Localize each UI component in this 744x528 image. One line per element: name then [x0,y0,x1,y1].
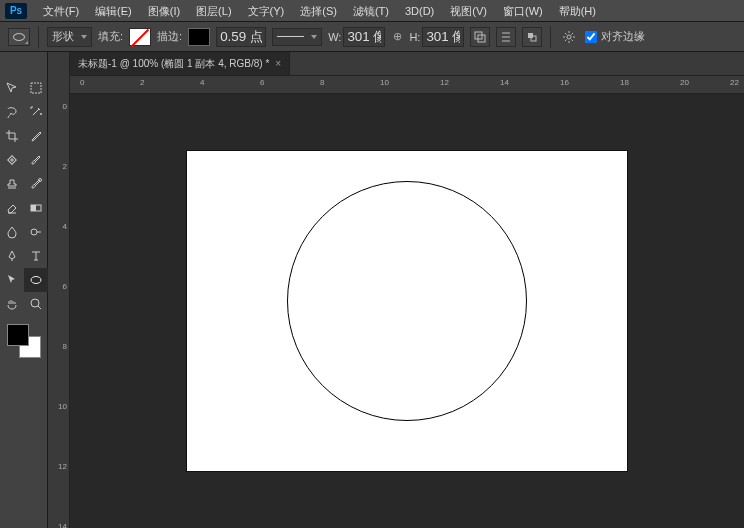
dodge-tool[interactable] [24,220,48,244]
stroke-style-dropdown[interactable] [272,28,322,46]
height-input[interactable] [422,27,464,47]
app-logo: Ps [5,3,27,19]
fill-swatch[interactable] [129,28,151,46]
svg-point-10 [31,229,37,235]
ellipse-icon [13,33,25,41]
brush-tool[interactable] [24,148,48,172]
document-tabbar: 未标题-1 @ 100% (椭圆 1 副本 4, RGB/8) * × [70,52,744,76]
move-tool[interactable] [0,76,24,100]
menu-help[interactable]: 帮助(H) [551,0,604,22]
menu-select[interactable]: 选择(S) [292,0,345,22]
link-icon[interactable]: ⊕ [391,30,403,43]
width-label: W: [328,31,341,43]
workspace: 未标题-1 @ 100% (椭圆 1 副本 4, RGB/8) * × 0 2 … [70,52,744,528]
svg-point-12 [31,299,39,307]
hand-tool[interactable] [0,292,24,316]
horizontal-ruler: 0 2 4 6 8 10 12 14 16 18 20 22 [70,76,744,94]
menu-edit[interactable]: 编辑(E) [87,0,140,22]
fill-label: 填充: [98,29,123,44]
height-label: H: [409,31,420,43]
menu-type[interactable]: 文字(Y) [240,0,293,22]
svg-point-7 [39,179,42,182]
pen-tool[interactable] [0,244,24,268]
align-icon[interactable] [496,27,516,47]
menu-window[interactable]: 窗口(W) [495,0,551,22]
menu-filter[interactable]: 滤镜(T) [345,0,397,22]
menu-layer[interactable]: 图层(L) [188,0,239,22]
separator [38,26,39,48]
color-picker[interactable] [5,322,43,360]
history-brush-tool[interactable] [24,172,48,196]
healing-tool[interactable] [0,148,24,172]
gradient-tool[interactable] [24,196,48,220]
canvas-area[interactable] [70,94,744,528]
current-tool-icon[interactable] [8,28,30,46]
stroke-swatch[interactable] [188,28,210,46]
stroke-label: 描边: [157,29,182,44]
width-input[interactable] [343,27,385,47]
svg-rect-9 [31,205,36,211]
options-bar: 形状 填充: 描边: W: ⊕ H: 对齐边缘 [0,22,744,52]
separator [550,26,551,48]
eraser-tool[interactable] [0,196,24,220]
svg-rect-5 [31,83,41,93]
svg-point-4 [567,35,571,39]
path-ops-icon[interactable] [470,27,490,47]
menu-image[interactable]: 图像(I) [140,0,188,22]
zoom-tool[interactable] [24,292,48,316]
menu-file[interactable]: 文件(F) [35,0,87,22]
stamp-tool[interactable] [0,172,24,196]
close-icon[interactable]: × [275,58,281,69]
eyedropper-tool[interactable] [24,124,48,148]
align-edges-checkbox[interactable]: 对齐边缘 [585,29,645,44]
vertical-ruler: 0 2 4 6 8 10 12 14 [48,52,70,528]
type-tool[interactable] [24,244,48,268]
ellipse-shape[interactable] [287,181,527,421]
canvas[interactable] [187,151,627,471]
crop-tool[interactable] [0,124,24,148]
menu-view[interactable]: 视图(V) [442,0,495,22]
document-tab[interactable]: 未标题-1 @ 100% (椭圆 1 副本 4, RGB/8) * × [70,52,290,75]
path-select-tool[interactable] [0,268,24,292]
shape-dropdown[interactable]: 形状 [47,27,92,47]
foreground-color[interactable] [7,324,29,346]
marquee-tool[interactable] [24,76,48,100]
toolbox [0,52,48,528]
blur-tool[interactable] [0,220,24,244]
gear-icon[interactable] [559,27,579,47]
menu-3d[interactable]: 3D(D) [397,0,442,22]
menubar: Ps 文件(F) 编辑(E) 图像(I) 图层(L) 文字(Y) 选择(S) 滤… [0,0,744,22]
wand-tool[interactable] [24,100,48,124]
arrange-icon[interactable] [522,27,542,47]
stroke-width-input[interactable] [216,27,266,47]
svg-point-11 [31,277,41,284]
ellipse-tool[interactable] [24,268,48,292]
lasso-tool[interactable] [0,100,24,124]
document-tab-title: 未标题-1 @ 100% (椭圆 1 副本 4, RGB/8) * [78,57,269,71]
